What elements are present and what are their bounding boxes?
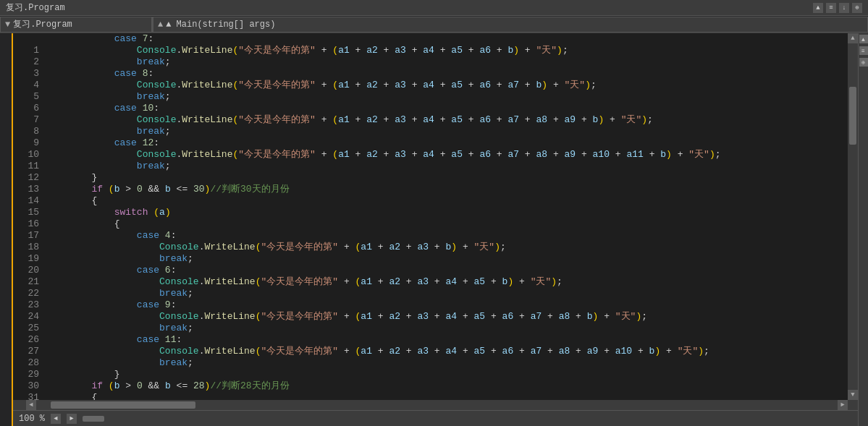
scrollbar-h-thumb[interactable]: [51, 401, 195, 409]
code-line-16: switch (a): [46, 207, 848, 218]
toolbar-icon-2[interactable]: ≡: [826, 3, 836, 13]
code-line-19: Console.WriteLine("今天是今年的第" + (a1 + a2 +…: [46, 242, 848, 253]
left-gutter: [0, 33, 13, 426]
toolbar-icon-1[interactable]: ▲: [813, 3, 823, 13]
method-dropdown-icon: ▲: [158, 20, 163, 30]
bottom-bar: 100 % ◄ ►: [13, 410, 858, 426]
code-area[interactable]: case 7: Console.WriteLine("今天是今年的第" + (a…: [43, 33, 848, 400]
main-content: 1 2 3 4 5 6 7 8 9 10 11 12 13 14 15 16 1…: [0, 33, 868, 426]
code-line-3: break;: [46, 56, 848, 68]
line-numbers: 1 2 3 4 5 6 7 8 9 10 11 12 13 14 15 16 1…: [13, 33, 43, 400]
scrollbar-up-button[interactable]: ▲: [848, 33, 858, 43]
code-line-13: }: [46, 172, 848, 184]
code-line-4: case 8:: [46, 68, 848, 80]
right-panel-icon2[interactable]: ≡: [859, 46, 868, 55]
code-line-21: case 6:: [46, 265, 848, 276]
code-line-24: case 9:: [46, 299, 848, 311]
code-line-9: break;: [46, 126, 848, 137]
editor-wrapper: 1 2 3 4 5 6 7 8 9 10 11 12 13 14 15 16 1…: [13, 33, 858, 426]
method-dropdown[interactable]: ▲ ▲ Main(string[] args): [153, 17, 868, 33]
code-line-8: Console.WriteLine("今天是今年的第" + (a1 + a2 +…: [46, 114, 848, 126]
zoom-increase-button[interactable]: ►: [67, 414, 77, 424]
title-bar-text: 复习.Program: [6, 1, 65, 14]
code-line-29: break;: [46, 357, 848, 369]
code-line-1: case 7:: [46, 33, 848, 45]
code-line-27: case 11:: [46, 334, 848, 346]
editor-inner: 1 2 3 4 5 6 7 8 9 10 11 12 13 14 15 16 1…: [13, 33, 858, 400]
code-line-11: Console.WriteLine("今天是今年的第" + (a1 + a2 +…: [46, 149, 848, 161]
right-panel-icon3[interactable]: ⊕: [859, 58, 868, 67]
title-bar: 复习.Program ▲ ≡ ↓ ⊕: [0, 0, 868, 16]
code-line-30: }: [46, 369, 848, 380]
code-line-17: {: [46, 218, 848, 230]
zoom-decrease-button[interactable]: ◄: [51, 414, 61, 424]
code-line-10: case 12:: [46, 137, 848, 149]
scrollbar-horizontal: ◄ ►: [13, 400, 858, 410]
scrollbar-vertical: ▲ ▼: [848, 33, 858, 400]
code-line-25: Console.WriteLine("今天是今年的第" + (a1 + a2 +…: [46, 311, 848, 323]
code-line-20: break;: [46, 253, 848, 265]
code-line-18: case 4:: [46, 230, 848, 242]
code-line-28: Console.WriteLine("今天是今年的第" + (a1 + a2 +…: [46, 346, 848, 357]
zoom-percent: 100 %: [19, 414, 45, 424]
scrollbar-h-track[interactable]: [36, 400, 838, 410]
code-line-15: {: [46, 195, 848, 207]
method-dropdown-text: ▲ Main(string[] args): [166, 20, 275, 30]
file-dropdown-text: 复习.Program: [13, 18, 72, 30]
code-line-6: break;: [46, 91, 848, 103]
code-line-7: case 10:: [46, 103, 848, 114]
scrollbar-down-button[interactable]: ▼: [848, 390, 858, 400]
right-panel: ▲ ≡ ⊕: [858, 33, 868, 426]
code-line-22: Console.WriteLine("今天是今年的第" + (a1 + a2 +…: [46, 276, 848, 288]
code-line-23: break;: [46, 288, 848, 299]
nav-bar: ▼ 复习.Program ▲ ▲ Main(string[] args): [0, 16, 868, 33]
file-dropdown[interactable]: ▼ 复习.Program: [0, 17, 152, 33]
code-line-12: break;: [46, 161, 848, 172]
scrollbar-track[interactable]: [848, 43, 858, 390]
code-line-31: if (b > 0 && b <= 28)//判断28天的月份: [46, 380, 848, 392]
right-panel-up[interactable]: ▲: [859, 35, 868, 43]
code-line-14: if (b > 0 && b <= 30)//判断30天的月份: [46, 184, 848, 195]
code-line-26: break;: [46, 323, 848, 334]
toolbar-icon-3[interactable]: ↓: [839, 3, 849, 13]
scrollbar-left-button[interactable]: ◄: [26, 400, 36, 410]
code-line-32: {: [46, 392, 848, 400]
code-line-5: Console.WriteLine("今天是今年的第" + (a1 + a2 +…: [46, 80, 848, 91]
file-dropdown-icon: ▼: [5, 20, 10, 30]
toolbar-icon-4[interactable]: ⊕: [852, 3, 862, 13]
scrollbar-thumb[interactable]: [849, 87, 856, 145]
code-line-2: Console.WriteLine("今天是今年的第" + (a1 + a2 +…: [46, 45, 848, 56]
scrollbar-right-button[interactable]: ►: [838, 400, 848, 410]
ide-window: 复习.Program ▲ ≡ ↓ ⊕ ▼ 复习.Program ▲ ▲ Main…: [0, 0, 868, 426]
